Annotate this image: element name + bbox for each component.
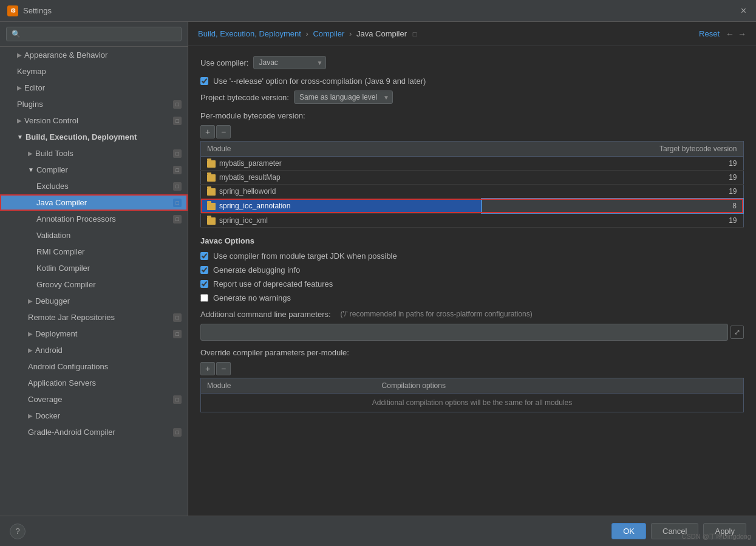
javac-checkbox[interactable] xyxy=(200,280,208,288)
sidebar-item-label: Build, Execution, Deployment xyxy=(26,132,137,142)
badge-icon: □ xyxy=(173,149,182,158)
javac-check-row: Generate no warnings xyxy=(200,293,744,302)
sidebar-item-build-tools[interactable]: ▶ Build Tools □ xyxy=(0,145,188,162)
compiler-select[interactable]: Javac xyxy=(253,56,326,69)
sidebar-item-java-compiler[interactable]: Java Compiler □ xyxy=(0,194,188,211)
nav-arrows: ← → xyxy=(726,29,746,39)
ok-button[interactable]: OK xyxy=(611,523,646,539)
override-compile-col: Compilation options xyxy=(376,378,744,394)
sidebar-item-editor[interactable]: ▶ Editor xyxy=(0,80,188,96)
main-layout: ▶ Appearance & Behavior Keymap ▶ Editor … xyxy=(0,22,756,516)
sidebar-item-deployment[interactable]: ▶ Deployment □ xyxy=(0,326,188,342)
sidebar-item-gradle-android[interactable]: Gradle-Android Compiler □ xyxy=(0,424,188,440)
badge-icon: □ xyxy=(173,117,182,125)
sidebar-item-coverage[interactable]: Coverage □ xyxy=(0,391,188,408)
sidebar-item-version-control[interactable]: ▶ Version Control □ xyxy=(0,112,188,129)
bytecode-version-cell: 19 xyxy=(482,185,743,199)
arrow-icon: ▶ xyxy=(17,84,22,91)
breadcrumb-part1[interactable]: Build, Execution, Deployment xyxy=(198,29,301,38)
table-row[interactable]: mybatis_parameter19 xyxy=(201,157,744,171)
per-module-label: Per-module bytecode version: xyxy=(200,111,744,120)
badge-icon: □ xyxy=(173,330,182,338)
sidebar-item-label: Android Configurations xyxy=(28,362,108,371)
override-label: Override compiler parameters per-module: xyxy=(200,348,744,357)
sidebar-item-validation[interactable]: Validation xyxy=(0,227,188,244)
override-empty-text: Additional compilation options will be t… xyxy=(201,394,744,412)
javac-checkbox[interactable] xyxy=(200,252,208,260)
sidebar-item-android-configs[interactable]: Android Configurations xyxy=(0,358,188,375)
sidebar-item-debugger[interactable]: ▶ Debugger xyxy=(0,293,188,309)
compiler-select-wrapper: Javac ▼ xyxy=(253,56,326,69)
sidebar-item-plugins[interactable]: Plugins □ xyxy=(0,96,188,112)
sidebar-item-annotation-processors[interactable]: Annotation Processors □ xyxy=(0,211,188,227)
sidebar-item-label: Annotation Processors xyxy=(36,214,116,224)
table-row[interactable]: spring_helloworld19 xyxy=(201,185,744,199)
sidebar-item-app-servers[interactable]: Application Servers xyxy=(0,375,188,391)
nav-forward-button[interactable]: → xyxy=(738,29,746,39)
folder-icon xyxy=(207,203,216,210)
settings-content: Use compiler: Javac ▼ Use '--release' op… xyxy=(188,46,756,516)
content-area: Build, Execution, Deployment › Compiler … xyxy=(188,22,756,516)
close-button[interactable]: × xyxy=(738,5,749,16)
breadcrumb-bar: Build, Execution, Deployment › Compiler … xyxy=(188,22,756,46)
javac-checks: Use compiler from module target JDK when… xyxy=(200,251,744,302)
sidebar-item-label: RMI Compiler xyxy=(36,247,84,256)
sidebar-item-label: Plugins xyxy=(17,100,43,109)
release-option-checkbox[interactable] xyxy=(200,77,208,85)
javac-checkbox[interactable] xyxy=(200,294,208,302)
arrow-icon: ▶ xyxy=(28,150,33,157)
sidebar-item-android[interactable]: ▶ Android xyxy=(0,342,188,358)
sidebar-item-docker[interactable]: ▶ Docker xyxy=(0,408,188,424)
bytecode-version-row: Project bytecode version: Same as langua… xyxy=(200,90,744,104)
remove-override-button[interactable]: − xyxy=(216,362,231,375)
breadcrumb-part2[interactable]: Compiler xyxy=(313,29,344,38)
remove-module-button[interactable]: − xyxy=(216,125,231,138)
sidebar-item-label: Debugger xyxy=(35,296,70,305)
module-name-cell: mybatis_parameter xyxy=(201,157,482,171)
folder-icon xyxy=(207,174,216,182)
table-row[interactable]: mybatis_resultMap19 xyxy=(201,171,744,185)
sidebar-item-label: Keymap xyxy=(17,67,46,76)
table-row[interactable]: spring_ioc_xml19 xyxy=(201,213,744,228)
javac-check-row: Use compiler from module target JDK when… xyxy=(200,251,744,261)
bytecode-version-input[interactable] xyxy=(700,202,737,210)
sidebar-item-rmi-compiler[interactable]: RMI Compiler xyxy=(0,244,188,260)
badge-icon: □ xyxy=(173,199,182,207)
sidebar: ▶ Appearance & Behavior Keymap ▶ Editor … xyxy=(0,22,188,516)
javac-checkbox-label: Generate no warnings xyxy=(213,293,291,302)
breadcrumb-sep1: › xyxy=(305,29,310,38)
help-button[interactable]: ? xyxy=(10,524,26,539)
sidebar-item-groovy-compiler[interactable]: Groovy Compiler xyxy=(0,276,188,293)
sidebar-item-excludes[interactable]: Excludes □ xyxy=(0,178,188,194)
sidebar-item-compiler[interactable]: ▼ Compiler □ xyxy=(0,162,188,178)
breadcrumb: Build, Execution, Deployment › Compiler … xyxy=(198,29,417,38)
arrow-icon: ▶ xyxy=(17,117,22,124)
expand-params-button[interactable]: ⤢ xyxy=(730,326,744,339)
watermark: CSDN @丁咚Dingdong xyxy=(682,532,752,541)
javac-options-title: Javac Options xyxy=(200,236,744,245)
javac-checkbox[interactable] xyxy=(200,266,208,274)
override-table: Module Compilation options Additional co… xyxy=(200,378,744,412)
search-input[interactable] xyxy=(6,27,182,41)
bytecode-version-cell xyxy=(482,199,743,213)
reset-button[interactable]: Reset xyxy=(699,29,720,38)
nav-back-button[interactable]: ← xyxy=(726,29,734,39)
sidebar-item-label: Docker xyxy=(35,411,60,420)
add-override-button[interactable]: + xyxy=(200,362,215,375)
sidebar-search-container xyxy=(0,22,188,47)
arrow-icon: ▼ xyxy=(28,166,34,173)
sidebar-item-label: Appearance & Behavior xyxy=(24,50,107,60)
sidebar-item-appearance[interactable]: ▶ Appearance & Behavior xyxy=(0,47,188,63)
bottom-bar: ? OK Cancel Apply xyxy=(0,516,756,546)
add-module-button[interactable]: + xyxy=(200,125,215,138)
additional-params-input[interactable] xyxy=(200,324,728,341)
arrow-icon: ▶ xyxy=(28,347,33,353)
sidebar-item-keymap[interactable]: Keymap xyxy=(0,63,188,80)
badge-icon: □ xyxy=(173,313,182,322)
table-row[interactable]: spring_ioc_annotation xyxy=(201,199,744,213)
sidebar-item-build-exec-deploy[interactable]: ▼ Build, Execution, Deployment xyxy=(0,129,188,145)
bytecode-version-select[interactable]: Same as language level xyxy=(294,90,393,104)
sidebar-item-kotlin-compiler[interactable]: Kotlin Compiler xyxy=(0,260,188,276)
folder-icon xyxy=(207,160,216,168)
sidebar-item-remote-jar[interactable]: Remote Jar Repositories □ xyxy=(0,309,188,326)
